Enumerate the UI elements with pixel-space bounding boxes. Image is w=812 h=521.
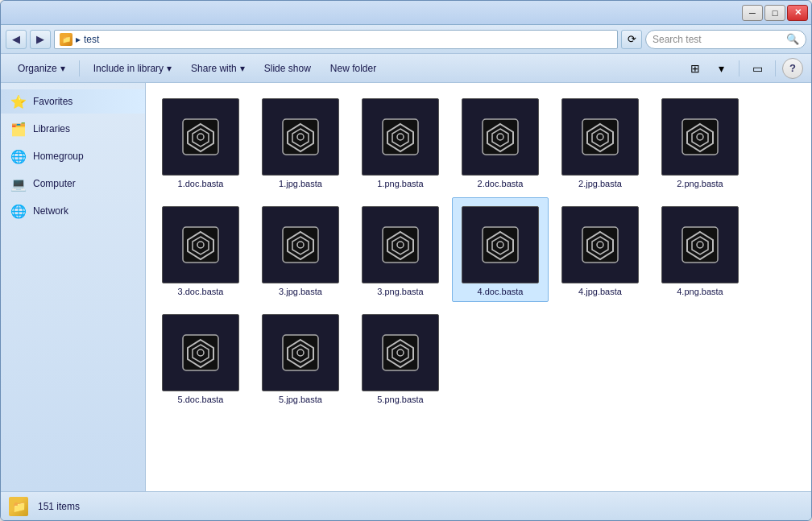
sidebar-item-homegroup[interactable]: 🌐 Homegroup	[1, 144, 145, 168]
forward-button[interactable]: ▶	[30, 30, 51, 49]
file-thumbnail	[162, 206, 239, 283]
slide-show-button[interactable]: Slide show	[255, 58, 320, 79]
search-icon: 🔍	[786, 33, 799, 45]
file-thumbnail	[561, 206, 639, 283]
sidebar-item-libraries[interactable]: 🗂️ Libraries	[1, 117, 145, 141]
sidebar-libraries-label: Libraries	[33, 123, 70, 134]
breadcrumb[interactable]: 📁 ▸ test	[54, 30, 618, 49]
file-thumbnail	[561, 98, 639, 176]
file-thumbnail	[462, 206, 539, 283]
file-name: 2.png.basta	[677, 179, 723, 188]
breadcrumb-folder-icon: 📁	[60, 33, 72, 46]
file-thumbnail	[661, 98, 739, 176]
include-library-dropdown-icon: ▾	[167, 63, 172, 74]
breadcrumb-folder-name: test	[84, 34, 99, 45]
file-item[interactable]: 3.doc.basta	[152, 197, 249, 302]
toolbar-separator-1	[79, 60, 80, 76]
minimize-button[interactable]: ─	[742, 5, 763, 21]
file-item[interactable]: 4.doc.basta	[452, 197, 549, 302]
file-grid: 1.doc.basta 1.jpg.basta 1.png.basta 2.do…	[146, 83, 811, 491]
status-folder-icon: 📁	[9, 497, 28, 516]
file-item[interactable]: 4.png.basta	[652, 197, 748, 302]
network-icon: 🌐	[10, 203, 27, 219]
file-name: 3.jpg.basta	[279, 287, 322, 296]
breadcrumb-separator: ▸	[76, 34, 81, 45]
file-thumbnail	[362, 206, 439, 283]
share-with-label: Share with	[191, 63, 237, 74]
toolbar: Organize ▾ Include in library ▾ Share wi…	[1, 54, 811, 83]
file-item[interactable]: 3.png.basta	[352, 197, 449, 302]
file-name: 4.png.basta	[677, 287, 723, 296]
sidebar-homegroup-label: Homegroup	[33, 151, 84, 162]
file-thumbnail	[262, 206, 339, 283]
file-name: 5.doc.basta	[178, 395, 224, 404]
file-thumbnail	[661, 206, 739, 283]
new-folder-label: New folder	[330, 63, 376, 74]
file-name: 4.doc.basta	[478, 287, 524, 296]
file-thumbnail	[262, 98, 339, 176]
view-dropdown-button[interactable]: ▾	[710, 58, 732, 79]
file-name: 5.jpg.basta	[279, 395, 322, 404]
file-name: 3.doc.basta	[178, 287, 224, 296]
status-item-count: 151 items	[38, 501, 80, 512]
file-name: 1.png.basta	[377, 179, 424, 188]
organize-label: Organize	[18, 63, 57, 74]
file-item[interactable]: 1.png.basta	[352, 89, 449, 194]
toolbar-separator-3	[775, 60, 776, 76]
slide-show-label: Slide show	[264, 63, 311, 74]
sidebar-item-favorites[interactable]: ⭐ Favorites	[1, 89, 145, 114]
search-box[interactable]: Search test 🔍	[645, 30, 806, 49]
address-bar: ◀ ▶ 📁 ▸ test ⟳ Search test 🔍	[1, 25, 811, 54]
libraries-icon: 🗂️	[10, 121, 27, 137]
computer-icon: 💻	[10, 176, 27, 192]
sidebar: ⭐ Favorites 🗂️ Libraries 🌐 Homegroup 💻 C…	[1, 83, 146, 491]
file-thumbnail	[462, 98, 539, 176]
explorer-window: ─ □ ✕ ◀ ▶ 📁 ▸ test ⟳ Search test 🔍 Organ…	[0, 0, 812, 521]
file-name: 2.doc.basta	[478, 179, 524, 188]
file-item[interactable]: 5.jpg.basta	[252, 305, 349, 410]
share-with-button[interactable]: Share with ▾	[182, 58, 254, 79]
sidebar-item-network[interactable]: 🌐 Network	[1, 199, 145, 223]
file-name: 1.doc.basta	[178, 179, 224, 188]
star-icon: ⭐	[10, 93, 27, 110]
main-content: ⭐ Favorites 🗂️ Libraries 🌐 Homegroup 💻 C…	[1, 83, 811, 491]
share-with-dropdown-icon: ▾	[240, 63, 245, 74]
file-item[interactable]: 2.png.basta	[652, 89, 748, 194]
file-item[interactable]: 2.jpg.basta	[552, 89, 648, 194]
sidebar-computer-label: Computer	[33, 178, 76, 189]
close-button[interactable]: ✕	[787, 5, 808, 21]
file-thumbnail	[362, 314, 439, 391]
sidebar-network-label: Network	[33, 205, 68, 217]
file-name: 3.png.basta	[377, 287, 424, 296]
include-library-button[interactable]: Include in library ▾	[85, 58, 180, 79]
refresh-button[interactable]: ⟳	[621, 30, 642, 49]
sidebar-item-computer[interactable]: 💻 Computer	[1, 172, 145, 196]
organize-button[interactable]: Organize ▾	[9, 58, 74, 79]
file-thumbnail	[162, 314, 239, 391]
file-name: 2.jpg.basta	[578, 179, 622, 188]
layout-button[interactable]: ▭	[746, 58, 768, 79]
file-name: 4.jpg.basta	[578, 287, 622, 296]
title-bar: ─ □ ✕	[1, 1, 811, 25]
file-item[interactable]: 4.jpg.basta	[552, 197, 648, 302]
file-thumbnail	[362, 98, 439, 176]
view-icon-button[interactable]: ⊞	[684, 58, 706, 79]
help-button[interactable]: ?	[782, 58, 803, 79]
file-thumbnail	[162, 98, 239, 176]
back-button[interactable]: ◀	[6, 30, 27, 49]
homegroup-icon: 🌐	[10, 148, 27, 164]
file-item[interactable]: 5.png.basta	[352, 305, 449, 410]
new-folder-button[interactable]: New folder	[321, 58, 385, 79]
organize-dropdown-icon: ▾	[60, 63, 65, 74]
file-item[interactable]: 5.doc.basta	[152, 305, 249, 410]
title-bar-buttons: ─ □ ✕	[742, 5, 808, 21]
toolbar-separator-2	[739, 60, 740, 76]
file-item[interactable]: 2.doc.basta	[452, 89, 549, 194]
maximize-button[interactable]: □	[764, 5, 785, 21]
file-name: 1.jpg.basta	[279, 179, 322, 188]
file-item[interactable]: 1.doc.basta	[152, 89, 249, 194]
file-name: 5.png.basta	[377, 395, 424, 404]
file-item[interactable]: 3.jpg.basta	[252, 197, 349, 302]
file-item[interactable]: 1.jpg.basta	[252, 89, 349, 194]
sidebar-favorites-label: Favorites	[33, 96, 72, 107]
